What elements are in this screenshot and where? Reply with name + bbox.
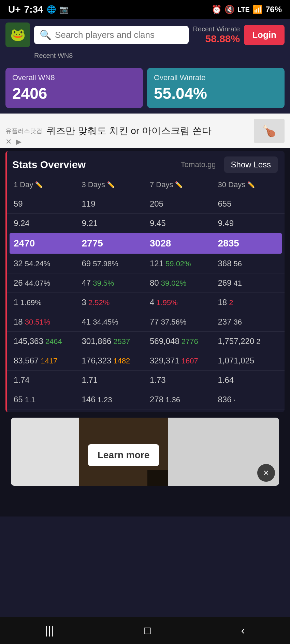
- nav-menu-button[interactable]: |||: [45, 624, 54, 637]
- app-logo: 🐸: [5, 23, 30, 47]
- cell-r1-c3: 9.49: [214, 214, 282, 233]
- table-row: 1 1.69% 3 2.52% 4 1.95% 18 2: [7, 293, 285, 312]
- cell-r1-c1: 9.21: [78, 214, 146, 233]
- camera-icon: 📷: [59, 5, 69, 14]
- col-header-3-days: 3 Days ✏️: [78, 176, 146, 194]
- search-bar[interactable]: 🔍: [34, 26, 189, 44]
- cell-r8-c3: 1,071,025: [214, 351, 282, 370]
- table-row: 26 44.07% 47 39.5% 80 39.02% 269 41: [7, 273, 285, 293]
- cell-r3-c0: 32 54.24%: [10, 254, 78, 273]
- cell-r1-c0: 9.24: [10, 214, 78, 233]
- cell-r10-c2: 278 1.36: [146, 390, 214, 409]
- cell-r4-c0: 26 44.07%: [10, 273, 78, 293]
- edit-icon-1[interactable]: ✏️: [35, 181, 43, 189]
- ad-source-label: 유플러스닷컴: [5, 127, 42, 135]
- stats-overview-header: Stats Overview Tomato.gg Show Less: [7, 151, 285, 176]
- learn-more-button[interactable]: Learn more: [88, 444, 159, 466]
- cell-r5-c2: 4 1.95%: [146, 293, 214, 312]
- recent-wn8-label: Recent WN8: [0, 50, 290, 62]
- recent-winrate-value: 58.88%: [205, 33, 240, 45]
- cell-r1-c2: 9.45: [146, 214, 214, 233]
- close-ad-button[interactable]: ×: [257, 464, 275, 482]
- nav-home-button[interactable]: □: [144, 624, 150, 637]
- cell-wn8-c0: 2470: [10, 233, 78, 254]
- cell-r6-c0: 18 30.51%: [10, 312, 78, 331]
- bottom-ad-container: Learn more Replay ×: [11, 418, 279, 486]
- ad-play-icon[interactable]: ▶: [16, 137, 21, 146]
- cell-r8-c0: 83,567 1417: [10, 351, 78, 370]
- nav-back-button[interactable]: ‹: [241, 624, 245, 637]
- ad-banner: 유플러스닷컴 퀴즈만 맞춰도 치킨 or 아이스크림 쏜다 🍗 ✕ ▶: [0, 114, 290, 148]
- cell-wn8-c2: 3028: [146, 233, 214, 254]
- edit-icon-3[interactable]: ✏️: [175, 181, 183, 189]
- table-row: 1.74 1.71 1.73 1.64: [7, 371, 285, 390]
- stats-overview-title: Stats Overview: [12, 159, 86, 170]
- table-row: 32 54.24% 69 57.98% 121 59.02% 368 56: [7, 254, 285, 273]
- wn8-card: Overall WN8 2406: [5, 68, 143, 108]
- col-header-30-days: 30 Days ✏️: [214, 176, 282, 194]
- cell-r5-c1: 3 2.52%: [78, 293, 146, 312]
- table-row: 65 1.1 146 1.23 278 1.36 836 ·: [7, 390, 285, 409]
- cell-wn8-c1: 2775: [78, 233, 146, 254]
- cell-r9-c3: 1.64: [214, 371, 282, 390]
- cell-r5-c3: 18 2: [214, 293, 282, 312]
- table-row: 145,363 2464 301,866 2537 569,048 2776 1…: [7, 332, 285, 351]
- winrate-card-value: 55.04%: [154, 84, 278, 103]
- search-icon: 🔍: [40, 29, 52, 41]
- recent-winrate-label: Recent Winrate: [193, 25, 240, 33]
- table-row-wn8: 2470 2775 3028 2835: [7, 233, 285, 254]
- status-left: U+ 7:34 🌐 📷: [8, 4, 69, 15]
- edit-icon-4[interactable]: ✏️: [247, 181, 255, 189]
- table-row: 59 119 205 655: [7, 194, 285, 214]
- login-button[interactable]: Login: [244, 25, 285, 45]
- col-header-7-days: 7 Days ✏️: [146, 176, 214, 194]
- nav-bar: ||| □ ‹: [0, 617, 290, 644]
- alarm-icon: ⏰: [212, 5, 222, 14]
- signal-icon: LTE: [237, 6, 250, 14]
- search-input[interactable]: [55, 30, 183, 40]
- cell-r7-c0: 145,363 2464: [10, 332, 78, 351]
- ad-image: 🍗: [254, 119, 285, 143]
- cell-r0-c1: 119: [78, 194, 146, 213]
- cell-r10-c3: 836 ·: [214, 390, 282, 409]
- mute-icon: 🔇: [224, 5, 235, 14]
- cell-r6-c2: 77 37.56%: [146, 312, 214, 331]
- battery-label: 76%: [265, 5, 282, 14]
- edit-icon-2[interactable]: ✏️: [107, 181, 115, 189]
- ad-close-icon[interactable]: ✕: [5, 137, 12, 146]
- cell-r5-c0: 1 1.69%: [10, 293, 78, 312]
- show-less-button[interactable]: Show Less: [224, 156, 278, 173]
- cell-r0-c2: 205: [146, 194, 214, 213]
- cell-r9-c0: 1.74: [10, 371, 78, 390]
- cell-r8-c2: 329,371 1607: [146, 351, 214, 370]
- table-row: 18 30.51% 41 34.45% 77 37.56% 237 36: [7, 312, 285, 332]
- cell-r10-c1: 146 1.23: [78, 390, 146, 409]
- header: 🐸 🔍 Recent Winrate 58.88% Login: [0, 19, 290, 50]
- col-header-1-day: 1 Day ✏️: [10, 176, 78, 194]
- winrate-card: Overall Winrate 55.04%: [147, 68, 285, 108]
- stats-source-label: Tomato.gg: [181, 160, 216, 169]
- cell-r7-c1: 301,866 2537: [78, 332, 146, 351]
- stats-overview-container: Stats Overview Tomato.gg Show Less 1 Day…: [5, 151, 285, 412]
- cell-r3-c2: 121 59.02%: [146, 254, 214, 273]
- cell-r7-c2: 569,048 2776: [146, 332, 214, 351]
- status-right: ⏰ 🔇 LTE 📶 76%: [212, 5, 282, 14]
- cell-r9-c1: 1.71: [78, 371, 146, 390]
- cell-r0-c0: 59: [10, 194, 78, 213]
- stats-cards: Overall WN8 2406 Overall Winrate 55.04%: [0, 62, 290, 114]
- cell-r8-c1: 176,323 1482: [78, 351, 146, 370]
- cell-r6-c1: 41 34.45%: [78, 312, 146, 331]
- web-icon: 🌐: [47, 5, 56, 14]
- cell-r3-c3: 368 56: [214, 254, 282, 273]
- cell-r3-c1: 69 57.98%: [78, 254, 146, 273]
- time-label: 7:34: [24, 4, 43, 15]
- bars-icon: 📶: [252, 5, 263, 14]
- carrier-label: U+: [8, 4, 21, 15]
- wn8-card-label: Overall WN8: [12, 73, 136, 82]
- wn8-card-value: 2406: [12, 84, 136, 103]
- table-row: 9.24 9.21 9.45 9.49: [7, 214, 285, 233]
- ad-text: 퀴즈만 맞춰도 치킨 or 아이스크림 쏜다: [46, 124, 250, 137]
- status-bar: U+ 7:34 🌐 📷 ⏰ 🔇 LTE 📶 76%: [0, 0, 290, 19]
- cell-r7-c3: 1,757,220 2: [214, 332, 282, 351]
- bottom-ad-left-panel: [11, 418, 79, 486]
